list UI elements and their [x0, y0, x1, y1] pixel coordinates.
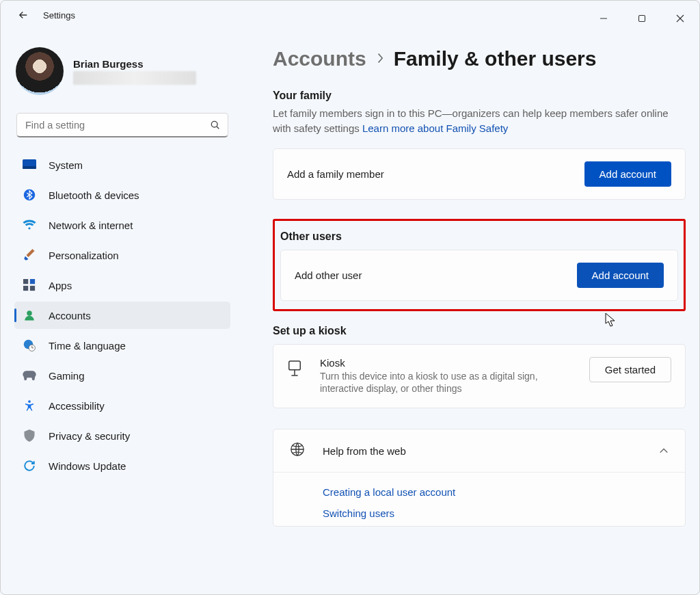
nav-label: System	[49, 159, 83, 171]
nav-item-update[interactable]: Windows Update	[14, 452, 230, 479]
sidebar: Brian Burgess System Bluetooth & devi	[1, 34, 239, 595]
help-links: Creating a local user account Switching …	[273, 472, 685, 526]
globe-clock-icon	[23, 339, 36, 352]
card-add-other-text: Add other user	[295, 269, 362, 281]
profile-email-blurred	[73, 71, 196, 85]
help-title: Help from the web	[323, 445, 406, 457]
minimize-button[interactable]	[584, 5, 623, 32]
section-title-family: Your family	[273, 90, 686, 102]
nav-item-personalization[interactable]: Personalization	[14, 241, 230, 269]
nav-item-time[interactable]: Time & language	[14, 332, 230, 359]
nav-item-bluetooth[interactable]: Bluetooth & devices	[14, 181, 230, 209]
nav-label: Privacy & security	[49, 430, 130, 442]
nav-item-privacy[interactable]: Privacy & security	[14, 422, 230, 449]
nav-label: Accounts	[49, 310, 91, 321]
crumb-page-title: Family & other users	[394, 47, 597, 70]
back-icon[interactable]	[17, 9, 29, 21]
add-family-account-button[interactable]: Add account	[584, 161, 671, 187]
person-icon	[23, 308, 36, 322]
update-icon	[23, 459, 36, 473]
family-safety-link[interactable]: Learn more about Family Safety	[362, 122, 508, 134]
wifi-icon	[23, 218, 36, 232]
kiosk-title: Kiosk	[320, 357, 573, 369]
nav-label: Accessibility	[49, 400, 105, 412]
brush-icon	[23, 248, 36, 262]
nav-label: Gaming	[49, 370, 85, 382]
help-link-create-local-user[interactable]: Creating a local user account	[323, 486, 636, 498]
kiosk-subtitle: Turn this device into a kiosk to use as …	[320, 370, 573, 396]
titlebar: Settings	[1, 1, 699, 34]
svg-rect-10	[30, 279, 35, 284]
nav-item-network[interactable]: Network & internet	[14, 211, 230, 239]
breadcrumb: Accounts Family & other users	[273, 47, 686, 70]
card-kiosk: Kiosk Turn this device into a kiosk to u…	[273, 344, 686, 409]
add-other-account-button[interactable]: Add account	[577, 263, 664, 288]
help-header[interactable]: Help from the web	[273, 429, 685, 472]
svg-rect-11	[23, 286, 28, 291]
nav-item-accounts[interactable]: Accounts	[14, 302, 230, 329]
section-title-other: Other users	[280, 230, 678, 243]
search-input[interactable]	[24, 119, 210, 131]
svg-rect-9	[23, 279, 28, 284]
nav-item-system[interactable]: System	[14, 151, 230, 178]
highlight-box: Other users Add other user Add account	[273, 219, 686, 311]
card-add-family-text: Add a family member	[287, 168, 384, 180]
card-help-from-web: Help from the web Creating a local user …	[273, 429, 686, 527]
nav-label: Apps	[49, 280, 72, 291]
window-controls	[584, 5, 699, 32]
kiosk-icon	[287, 360, 304, 379]
nav-item-gaming[interactable]: Gaming	[14, 362, 230, 389]
help-link-switching-users[interactable]: Switching users	[323, 507, 636, 519]
crumb-root[interactable]: Accounts	[273, 47, 366, 70]
maximize-button[interactable]	[623, 5, 661, 32]
apps-icon	[23, 278, 36, 292]
nav-item-apps[interactable]: Apps	[14, 272, 230, 299]
search-icon	[210, 120, 221, 131]
system-icon	[23, 158, 36, 172]
nav-label: Personalization	[49, 250, 119, 261]
shield-icon	[23, 429, 36, 442]
profile-name: Brian Burgess	[73, 58, 196, 70]
nav-label: Windows Update	[49, 460, 126, 472]
kiosk-get-started-button[interactable]: Get started	[589, 357, 671, 382]
profile-block[interactable]: Brian Burgess	[16, 47, 229, 95]
chevron-right-icon	[376, 51, 384, 67]
accessibility-icon	[23, 399, 36, 412]
content-area: Accounts Family & other users Your famil…	[239, 34, 699, 595]
svg-rect-12	[30, 286, 35, 291]
svg-line-5	[217, 127, 219, 129]
card-add-other-user: Add other user Add account	[280, 250, 678, 301]
svg-rect-7	[23, 166, 36, 169]
chevron-up-icon	[659, 445, 669, 457]
search-input-container[interactable]	[16, 113, 228, 137]
svg-point-4	[211, 121, 217, 127]
svg-point-13	[27, 310, 32, 316]
nav-item-accessibility[interactable]: Accessibility	[14, 392, 230, 419]
avatar	[16, 47, 64, 95]
section-desc-family: Let family members sign in to this PC—or…	[273, 106, 686, 136]
window-title: Settings	[43, 10, 75, 21]
nav-label: Time & language	[49, 340, 126, 352]
svg-rect-1	[639, 16, 645, 22]
gamepad-icon	[23, 369, 36, 382]
section-title-kiosk: Set up a kiosk	[273, 325, 686, 337]
nav-label: Bluetooth & devices	[49, 189, 139, 201]
svg-point-16	[28, 400, 31, 403]
nav-label: Network & internet	[49, 220, 133, 231]
svg-rect-17	[289, 361, 301, 370]
card-add-family-member: Add a family member Add account	[273, 148, 686, 200]
bluetooth-icon	[23, 188, 36, 202]
close-button[interactable]	[661, 5, 699, 32]
nav-list: System Bluetooth & devices Network & int…	[13, 151, 232, 479]
globe-icon	[290, 442, 305, 460]
